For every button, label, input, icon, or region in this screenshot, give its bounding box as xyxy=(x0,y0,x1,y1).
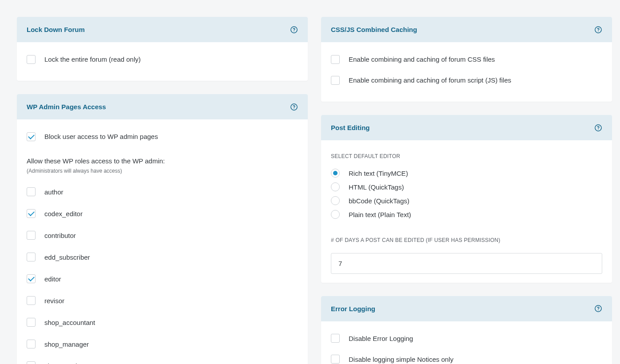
editor-option-label: Rich text (TinyMCE) xyxy=(349,169,408,178)
role-label: editor xyxy=(44,274,61,284)
role-row: shop_manager xyxy=(27,333,298,355)
svg-point-1 xyxy=(294,31,294,32)
panel-title: Post Editing xyxy=(331,123,370,132)
help-icon[interactable] xyxy=(290,26,298,34)
checkbox-role-revisor[interactable] xyxy=(27,296,36,305)
role-row: revisor xyxy=(27,290,298,312)
checkbox-disable-error-logging[interactable] xyxy=(331,334,340,343)
checkbox-disable-notices-logging[interactable] xyxy=(331,355,340,364)
option-label: Lock the entire forum (read only) xyxy=(44,55,141,64)
section-label-select-editor: SELECT DEFAULT EDITOR xyxy=(331,153,602,160)
checkbox-cache-css[interactable] xyxy=(331,55,340,64)
option-label: Disable Error Logging xyxy=(349,334,413,343)
radio-editor-2[interactable] xyxy=(331,196,340,205)
role-row: shop_vendor xyxy=(27,355,298,364)
checkbox-lock-entire-forum[interactable] xyxy=(27,55,36,64)
role-row: edd_subscriber xyxy=(27,246,298,268)
role-label: edd_subscriber xyxy=(44,253,90,262)
role-label: shop_accountant xyxy=(44,318,95,327)
checkbox-block-wp-admin[interactable] xyxy=(27,132,36,141)
role-row: codex_editor xyxy=(27,203,298,225)
panel-header: Post Editing xyxy=(321,115,612,140)
roles-intro: Allow these WP roles access to the WP ad… xyxy=(27,156,298,166)
svg-point-5 xyxy=(598,31,598,32)
panel-css-js-caching: CSS/JS Combined Caching Enable combining… xyxy=(321,17,612,102)
panel-lock-down-forum: Lock Down Forum Lock the entire forum (r… xyxy=(17,17,308,81)
panel-header: CSS/JS Combined Caching xyxy=(321,17,612,42)
editor-option-label: bbCode (QuickTags) xyxy=(349,196,409,206)
editor-radio-group: Rich text (TinyMCE)HTML (QuickTags)bbCod… xyxy=(331,166,602,222)
help-icon[interactable] xyxy=(594,124,602,132)
svg-point-9 xyxy=(598,310,598,310)
panel-wp-admin-pages-access: WP Admin Pages Access Block user access … xyxy=(17,94,308,364)
radio-editor-0[interactable] xyxy=(331,169,340,178)
option-cache-css: Enable combining and caching of forum CS… xyxy=(331,51,602,72)
option-disable-notices-logging: Disable logging simple Notices only xyxy=(331,351,602,364)
checkbox-cache-js[interactable] xyxy=(331,76,340,85)
roles-note: (Administrators will always have access) xyxy=(27,167,298,175)
role-label: shop_manager xyxy=(44,340,89,349)
option-disable-error-logging: Disable Error Logging xyxy=(331,330,602,351)
role-label: codex_editor xyxy=(44,209,83,218)
checkbox-role-author[interactable] xyxy=(27,187,36,196)
section-label-days-editable: # OF DAYS A POST CAN BE EDITED (IF USER … xyxy=(331,237,602,244)
checkbox-role-editor[interactable] xyxy=(27,274,36,283)
role-row: shop_accountant xyxy=(27,312,298,333)
days-editable-input[interactable] xyxy=(331,253,602,274)
panel-title: Error Logging xyxy=(331,304,375,313)
option-lock-entire-forum: Lock the entire forum (read only) xyxy=(27,51,298,72)
panel-post-editing: Post Editing SELECT DEFAULT EDITOR Rich … xyxy=(321,115,612,283)
checkbox-role-shop_vendor[interactable] xyxy=(27,361,36,364)
role-label: contributor xyxy=(44,231,76,240)
option-block-wp-admin: Block user access to WP admin pages xyxy=(27,128,298,149)
option-label: Enable combining and caching of forum sc… xyxy=(349,75,511,85)
editor-option: HTML (QuickTags) xyxy=(331,180,602,194)
help-icon[interactable] xyxy=(594,26,602,34)
option-label: Block user access to WP admin pages xyxy=(44,132,158,141)
role-row: editor xyxy=(27,268,298,290)
editor-option: Plain text (Plain Text) xyxy=(331,208,602,222)
panel-header: WP Admin Pages Access xyxy=(17,94,308,119)
role-row: author xyxy=(27,181,298,203)
radio-editor-3[interactable] xyxy=(331,210,340,219)
option-label: Disable logging simple Notices only xyxy=(349,355,453,364)
svg-point-3 xyxy=(294,108,294,109)
role-row: contributor xyxy=(27,225,298,246)
editor-option: bbCode (QuickTags) xyxy=(331,194,602,208)
checkbox-role-codex_editor[interactable] xyxy=(27,209,36,218)
panel-header: Error Logging xyxy=(321,296,612,321)
radio-editor-1[interactable] xyxy=(331,182,340,191)
panel-title: Lock Down Forum xyxy=(27,25,85,34)
role-label: author xyxy=(44,187,64,197)
panel-error-logging: Error Logging Disable Error Logging Disa… xyxy=(321,296,612,364)
checkbox-role-edd_subscriber[interactable] xyxy=(27,253,36,261)
panel-title: WP Admin Pages Access xyxy=(27,102,106,111)
checkbox-role-contributor[interactable] xyxy=(27,231,36,240)
checkbox-role-shop_manager[interactable] xyxy=(27,340,36,348)
editor-option: Rich text (TinyMCE) xyxy=(331,166,602,180)
svg-point-7 xyxy=(598,129,598,130)
editor-option-label: Plain text (Plain Text) xyxy=(349,210,411,219)
role-label: revisor xyxy=(44,296,64,305)
panel-title: CSS/JS Combined Caching xyxy=(331,25,417,34)
roles-list: authorcodex_editorcontributoredd_subscri… xyxy=(27,181,298,364)
option-label: Enable combining and caching of forum CS… xyxy=(349,55,495,64)
role-label: shop_vendor xyxy=(44,361,83,364)
option-cache-js: Enable combining and caching of forum sc… xyxy=(331,72,602,93)
panel-header: Lock Down Forum xyxy=(17,17,308,42)
help-icon[interactable] xyxy=(290,103,298,111)
help-icon[interactable] xyxy=(594,305,602,313)
checkbox-role-shop_accountant[interactable] xyxy=(27,318,36,327)
editor-option-label: HTML (QuickTags) xyxy=(349,182,404,192)
